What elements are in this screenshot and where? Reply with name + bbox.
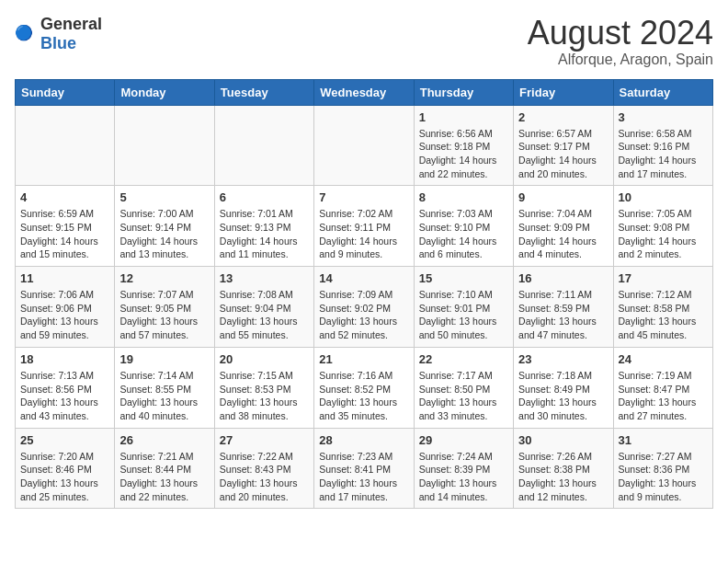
day-info: Sunrise: 7:23 AM Sunset: 8:41 PM Dayligh… (319, 450, 408, 504)
day-number: 20 (220, 352, 309, 366)
calendar-cell (16, 105, 115, 186)
day-number: 13 (220, 271, 309, 285)
calendar-cell (214, 105, 313, 186)
logo-general: General (40, 15, 102, 33)
day-number: 9 (518, 190, 608, 204)
logo: 🔵 General Blue (15, 15, 102, 53)
day-number: 23 (518, 352, 608, 366)
calendar-cell: 20Sunrise: 7:15 AM Sunset: 8:53 PM Dayli… (214, 347, 313, 428)
day-info: Sunrise: 7:14 AM Sunset: 8:55 PM Dayligh… (119, 369, 209, 423)
main-title: August 2024 (528, 15, 713, 52)
calendar-cell: 7Sunrise: 7:02 AM Sunset: 9:11 PM Daylig… (314, 186, 414, 267)
day-of-week-header: Friday (514, 79, 613, 105)
day-number: 14 (319, 271, 408, 285)
day-number: 24 (619, 352, 708, 366)
day-number: 7 (319, 190, 408, 204)
day-number: 26 (119, 433, 209, 447)
day-number: 18 (20, 352, 109, 366)
calendar-header-row: SundayMondayTuesdayWednesdayThursdayFrid… (16, 79, 713, 105)
calendar-week-row: 18Sunrise: 7:13 AM Sunset: 8:56 PM Dayli… (16, 347, 713, 428)
day-number: 3 (619, 110, 708, 124)
calendar-cell: 6Sunrise: 7:01 AM Sunset: 9:13 PM Daylig… (214, 186, 313, 267)
calendar-week-row: 25Sunrise: 7:20 AM Sunset: 8:46 PM Dayli… (16, 428, 713, 509)
day-info: Sunrise: 7:16 AM Sunset: 8:52 PM Dayligh… (319, 369, 408, 423)
day-number: 19 (119, 352, 209, 366)
day-number: 16 (518, 271, 608, 285)
calendar-cell: 14Sunrise: 7:09 AM Sunset: 9:02 PM Dayli… (314, 267, 414, 348)
calendar-cell: 28Sunrise: 7:23 AM Sunset: 8:41 PM Dayli… (314, 428, 414, 509)
day-number: 4 (20, 190, 109, 204)
calendar-cell: 4Sunrise: 6:59 AM Sunset: 9:15 PM Daylig… (16, 186, 115, 267)
calendar-cell: 5Sunrise: 7:00 AM Sunset: 9:14 PM Daylig… (115, 186, 214, 267)
calendar-cell: 17Sunrise: 7:12 AM Sunset: 8:58 PM Dayli… (613, 267, 712, 348)
day-info: Sunrise: 7:06 AM Sunset: 9:06 PM Dayligh… (20, 288, 109, 342)
day-info: Sunrise: 7:13 AM Sunset: 8:56 PM Dayligh… (20, 369, 109, 423)
day-number: 12 (119, 271, 209, 285)
logo-icon: 🔵 (15, 23, 37, 45)
calendar-cell: 12Sunrise: 7:07 AM Sunset: 9:05 PM Dayli… (115, 267, 214, 348)
day-info: Sunrise: 7:18 AM Sunset: 8:49 PM Dayligh… (518, 369, 608, 423)
day-of-week-header: Thursday (414, 79, 513, 105)
calendar-cell: 23Sunrise: 7:18 AM Sunset: 8:49 PM Dayli… (514, 347, 613, 428)
day-info: Sunrise: 7:07 AM Sunset: 9:05 PM Dayligh… (119, 288, 209, 342)
day-info: Sunrise: 7:26 AM Sunset: 8:38 PM Dayligh… (518, 450, 608, 504)
day-info: Sunrise: 7:20 AM Sunset: 8:46 PM Dayligh… (20, 450, 109, 504)
day-info: Sunrise: 7:27 AM Sunset: 8:36 PM Dayligh… (619, 450, 708, 504)
day-info: Sunrise: 7:04 AM Sunset: 9:09 PM Dayligh… (518, 207, 608, 261)
logo-blue: Blue (40, 34, 76, 52)
day-info: Sunrise: 7:11 AM Sunset: 8:59 PM Dayligh… (518, 288, 608, 342)
day-number: 21 (319, 352, 408, 366)
day-info: Sunrise: 7:12 AM Sunset: 8:58 PM Dayligh… (619, 288, 708, 342)
calendar-cell: 26Sunrise: 7:21 AM Sunset: 8:44 PM Dayli… (115, 428, 214, 509)
day-of-week-header: Monday (115, 79, 214, 105)
day-number: 2 (518, 110, 608, 124)
day-info: Sunrise: 6:59 AM Sunset: 9:15 PM Dayligh… (20, 207, 109, 261)
day-number: 31 (619, 433, 708, 447)
day-info: Sunrise: 7:03 AM Sunset: 9:10 PM Dayligh… (419, 207, 508, 261)
day-number: 28 (319, 433, 408, 447)
calendar-cell: 25Sunrise: 7:20 AM Sunset: 8:46 PM Dayli… (16, 428, 115, 509)
calendar-cell: 13Sunrise: 7:08 AM Sunset: 9:04 PM Dayli… (214, 267, 313, 348)
calendar-cell: 8Sunrise: 7:03 AM Sunset: 9:10 PM Daylig… (414, 186, 513, 267)
day-of-week-header: Saturday (613, 79, 712, 105)
logo-text: General Blue (40, 15, 102, 53)
day-number: 1 (419, 110, 508, 124)
day-number: 8 (419, 190, 508, 204)
day-number: 15 (419, 271, 508, 285)
day-number: 29 (419, 433, 508, 447)
day-info: Sunrise: 6:56 AM Sunset: 9:18 PM Dayligh… (419, 127, 508, 181)
day-info: Sunrise: 7:01 AM Sunset: 9:13 PM Dayligh… (220, 207, 309, 261)
day-info: Sunrise: 7:24 AM Sunset: 8:39 PM Dayligh… (419, 450, 508, 504)
calendar-cell: 1Sunrise: 6:56 AM Sunset: 9:18 PM Daylig… (414, 105, 513, 186)
day-info: Sunrise: 6:58 AM Sunset: 9:16 PM Dayligh… (619, 127, 708, 181)
day-info: Sunrise: 7:17 AM Sunset: 8:50 PM Dayligh… (419, 369, 508, 423)
calendar-cell: 31Sunrise: 7:27 AM Sunset: 8:36 PM Dayli… (613, 428, 712, 509)
subtitle: Alforque, Aragon, Spain (528, 52, 713, 68)
day-info: Sunrise: 7:05 AM Sunset: 9:08 PM Dayligh… (619, 207, 708, 261)
calendar-table: SundayMondayTuesdayWednesdayThursdayFrid… (15, 79, 713, 510)
day-of-week-header: Wednesday (314, 79, 414, 105)
calendar-cell: 10Sunrise: 7:05 AM Sunset: 9:08 PM Dayli… (613, 186, 712, 267)
calendar-cell: 3Sunrise: 6:58 AM Sunset: 9:16 PM Daylig… (613, 105, 712, 186)
calendar-cell: 19Sunrise: 7:14 AM Sunset: 8:55 PM Dayli… (115, 347, 214, 428)
day-number: 17 (619, 271, 708, 285)
calendar-week-row: 11Sunrise: 7:06 AM Sunset: 9:06 PM Dayli… (16, 267, 713, 348)
day-info: Sunrise: 7:09 AM Sunset: 9:02 PM Dayligh… (319, 288, 408, 342)
day-info: Sunrise: 7:02 AM Sunset: 9:11 PM Dayligh… (319, 207, 408, 261)
day-number: 30 (518, 433, 608, 447)
calendar-cell (115, 105, 214, 186)
day-info: Sunrise: 7:00 AM Sunset: 9:14 PM Dayligh… (119, 207, 209, 261)
day-info: Sunrise: 7:22 AM Sunset: 8:43 PM Dayligh… (220, 450, 309, 504)
day-number: 25 (20, 433, 109, 447)
calendar-cell: 29Sunrise: 7:24 AM Sunset: 8:39 PM Dayli… (414, 428, 513, 509)
day-info: Sunrise: 7:10 AM Sunset: 9:01 PM Dayligh… (419, 288, 508, 342)
calendar-cell (314, 105, 414, 186)
day-info: Sunrise: 7:21 AM Sunset: 8:44 PM Dayligh… (119, 450, 209, 504)
day-number: 10 (619, 190, 708, 204)
calendar-cell: 22Sunrise: 7:17 AM Sunset: 8:50 PM Dayli… (414, 347, 513, 428)
day-number: 6 (220, 190, 309, 204)
svg-text:🔵: 🔵 (15, 24, 33, 41)
day-number: 11 (20, 271, 109, 285)
day-number: 5 (119, 190, 209, 204)
calendar-cell: 30Sunrise: 7:26 AM Sunset: 8:38 PM Dayli… (514, 428, 613, 509)
